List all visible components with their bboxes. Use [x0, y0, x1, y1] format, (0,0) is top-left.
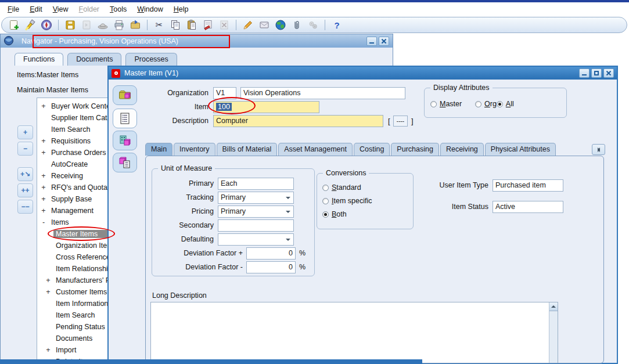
secondary-uom-field[interactable]: [218, 219, 294, 232]
description-field[interactable]: Computer: [213, 115, 383, 127]
clear-record-icon[interactable]: [202, 19, 214, 31]
pricing-uom-label: Pricing: [156, 207, 214, 215]
maximize-icon[interactable]: [591, 69, 602, 78]
minimize-icon[interactable]: [579, 69, 590, 78]
navigator-tab[interactable]: Processes: [125, 53, 177, 66]
primary-uom-field[interactable]: Each: [218, 178, 294, 190]
tree-item-label: Supplier Item Cata: [49, 114, 114, 122]
tree-expand-indicator[interactable]: +: [40, 172, 47, 180]
tree-expand-indicator[interactable]: -: [40, 218, 47, 226]
tree-control-button[interactable]: +↘: [17, 167, 33, 181]
menu-item[interactable]: Edit: [24, 4, 48, 15]
menu-item[interactable]: Folder: [74, 4, 105, 15]
close-icon[interactable]: [379, 37, 389, 46]
conversion-radio[interactable]: Both: [322, 210, 372, 218]
deviation-factor-plus-field[interactable]: 0: [246, 247, 296, 260]
navigator-tab[interactable]: Documents: [67, 53, 121, 66]
tree-control-button[interactable]: −−: [17, 200, 33, 214]
master-item-tab[interactable]: Inventory: [174, 143, 215, 156]
item-status-field[interactable]: Active: [493, 201, 563, 213]
tree-expand-indicator[interactable]: +: [45, 276, 52, 284]
user-item-type-field[interactable]: Purchased item: [493, 179, 563, 192]
tree-control-button[interactable]: +: [17, 125, 33, 139]
conversion-radio[interactable]: Item specific: [322, 197, 372, 205]
help-icon[interactable]: ?: [330, 19, 343, 31]
pricing-uom-select[interactable]: Primary: [218, 206, 294, 218]
item-catalog-icon[interactable]: [113, 153, 137, 172]
tree-expand-indicator[interactable]: +: [40, 195, 47, 203]
scroll-up-icon[interactable]: [549, 302, 558, 311]
navigator-tab[interactable]: Functions: [15, 53, 63, 66]
radio-icon: [497, 101, 503, 107]
print-icon[interactable]: [113, 19, 125, 31]
defaulting-select[interactable]: [218, 233, 294, 246]
tree-expand-indicator[interactable]: +: [40, 102, 47, 110]
tree-expand-indicator[interactable]: +: [45, 346, 52, 354]
show-navigator-icon[interactable]: [40, 19, 53, 31]
selected-function-description: Maintain Master Items: [17, 86, 88, 94]
save-icon[interactable]: [64, 19, 77, 31]
selected-function-path: Items:Master Items: [17, 71, 78, 79]
edit-field-icon[interactable]: [242, 19, 254, 31]
master-item-tab[interactable]: Bills of Material: [217, 143, 278, 156]
master-item-tab[interactable]: Physical Attributes: [485, 143, 556, 156]
defaulting-label: Defaulting: [156, 235, 214, 243]
master-item-tab[interactable]: Receiving: [440, 143, 484, 156]
long-description-textarea[interactable]: [150, 302, 558, 363]
switch-responsibility-icon[interactable]: [96, 19, 109, 31]
display-attribute-radio[interactable]: Org: [475, 100, 497, 108]
vertical-scrollbar[interactable]: [549, 302, 558, 363]
tree-expand-indicator[interactable]: +: [40, 149, 47, 157]
item-list-icon[interactable]: [113, 109, 137, 128]
translations-icon[interactable]: [274, 19, 287, 31]
tracking-uom-select[interactable]: Primary: [218, 192, 294, 204]
minimize-icon[interactable]: [366, 37, 377, 46]
copy-icon[interactable]: [169, 19, 182, 31]
menu-item[interactable]: File: [2, 4, 24, 15]
item-field[interactable]: 100: [213, 101, 319, 113]
menu-item[interactable]: Window: [132, 4, 168, 15]
new-form-icon[interactable]: [8, 19, 20, 31]
tree-expand-indicator[interactable]: +: [45, 288, 52, 296]
display-attribute-radio[interactable]: Master: [430, 100, 475, 108]
find-icon[interactable]: [24, 19, 37, 31]
close-icon[interactable]: [603, 69, 614, 78]
master-item-titlebar[interactable]: Master Item (V1): [109, 67, 617, 80]
tree-item-label: Management: [49, 207, 96, 215]
attachments-icon[interactable]: [290, 19, 303, 31]
zoom-icon[interactable]: [258, 19, 271, 31]
close-form-icon[interactable]: [129, 19, 142, 31]
cut-icon[interactable]: ✂: [153, 19, 166, 31]
radio-icon: [475, 101, 481, 107]
master-item-tab[interactable]: Costing: [354, 143, 390, 156]
organization-item-icon[interactable]: [113, 131, 137, 150]
menu-item[interactable]: Tools: [105, 4, 132, 15]
navigator-titlebar[interactable]: Navigator - Purchasing, Vision Operation…: [1, 34, 393, 48]
organization-name-field[interactable]: Vision Operations: [240, 87, 405, 99]
tab-scroll-button[interactable]: [592, 144, 605, 155]
tree-control-button[interactable]: −: [17, 142, 33, 156]
deviation-factor-minus-field[interactable]: 0: [246, 261, 296, 273]
master-item-tab[interactable]: Asset Management: [278, 143, 353, 156]
item-field-value: 100: [216, 103, 232, 111]
master-item-tab[interactable]: Main: [145, 143, 172, 156]
radio-icon: [322, 198, 329, 204]
paste-icon[interactable]: [185, 19, 198, 31]
master-item-tab[interactable]: Purchasing: [391, 143, 439, 156]
tree-control-button[interactable]: ++: [17, 183, 33, 197]
tree-expand-indicator[interactable]: +: [40, 137, 47, 145]
flexfield-open-bracket: [: [388, 117, 390, 125]
tree-item-label: Manufacturers' P: [53, 276, 113, 284]
organization-code-field[interactable]: V1: [213, 87, 236, 99]
bottom-scroll-strip[interactable]: [0, 359, 422, 364]
menu-item[interactable]: Help: [168, 4, 194, 15]
descriptive-flexfield[interactable]: ----: [393, 116, 408, 127]
deviation-factor-minus-label: Deviation Factor -: [160, 263, 243, 271]
menu-item[interactable]: View: [48, 4, 74, 15]
long-description-label: Long Description: [152, 291, 207, 300]
display-attribute-radio[interactable]: All: [497, 100, 514, 108]
item-folder-icon[interactable]: [113, 85, 137, 105]
tree-expand-indicator[interactable]: +: [40, 207, 47, 215]
tree-expand-indicator[interactable]: +: [40, 183, 47, 192]
conversion-radio[interactable]: Standard: [322, 183, 372, 192]
